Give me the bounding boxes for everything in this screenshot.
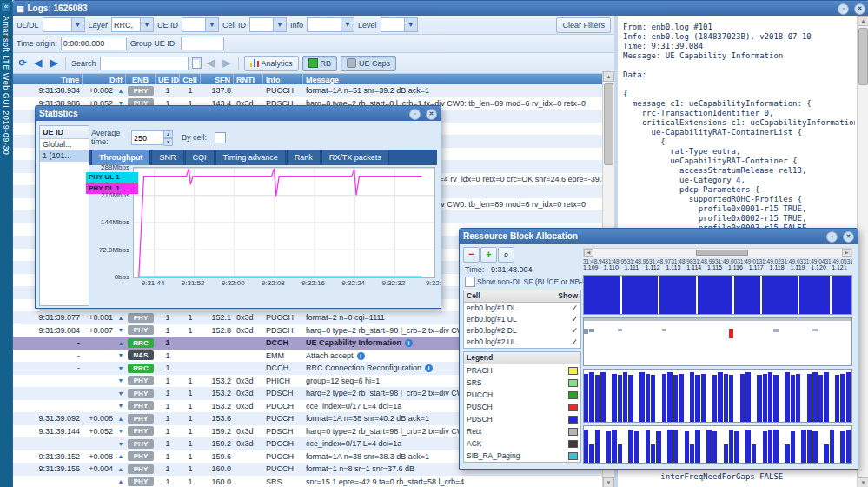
scroll-right-icon[interactable]: ▶ — [842, 249, 851, 257]
layer-badge: PHY — [128, 313, 154, 323]
time-origin-label: Time origin: — [17, 39, 57, 48]
tab-snr[interactable]: SNR — [151, 150, 183, 165]
ue-id-panel: UE ID Global...1 (101... — [39, 125, 89, 306]
average-time-input[interactable] — [131, 130, 164, 145]
ue-list-item[interactable]: 1 (101... — [40, 150, 89, 162]
next-icon[interactable]: ▶ — [48, 57, 60, 69]
frame-time-label: 31:49.02 — [759, 258, 781, 264]
scrollbar-thumb[interactable] — [858, 28, 868, 85]
ue-list: Global...1 (101... — [40, 139, 89, 162]
close-icon[interactable]: ✕ — [843, 231, 854, 243]
scrollbar-thumb[interactable] — [604, 83, 613, 165]
detail-line: { — [623, 90, 855, 99]
ueid-select[interactable]: ▼ — [182, 17, 219, 32]
frame-time-label: 31:49.00 — [715, 258, 737, 264]
uldl-select[interactable]: ▼ — [43, 17, 85, 32]
group-ueid-input[interactable] — [181, 37, 224, 50]
info-icon[interactable]: i — [357, 352, 365, 360]
rb-band-0[interactable] — [583, 275, 852, 315]
search-input[interactable] — [100, 57, 189, 70]
rb-band-1[interactable] — [583, 317, 852, 366]
layer-select[interactable]: RRC,▼ — [111, 17, 154, 32]
search-doc-icon[interactable] — [192, 57, 202, 69]
clear-filters-button[interactable]: Clear Filters — [556, 17, 611, 33]
legend-row: SRS — [464, 377, 580, 389]
rb-band-2[interactable] — [583, 369, 852, 423]
collapse-icon[interactable]: « — [2, 3, 10, 11]
show-non-dl-checkbox[interactable] — [465, 277, 475, 287]
layer-badge: PHY — [128, 439, 154, 449]
cell-show-checkbox[interactable]: ✓ — [571, 337, 578, 348]
scroll-up-icon[interactable]: ▲ — [858, 16, 868, 26]
rb-cell-row[interactable]: enb0.log/#1 UL✓ — [464, 314, 580, 325]
scroll-down-icon[interactable]: ▼ — [603, 477, 614, 487]
rb-cell-row[interactable]: enb0.log/#2 DL✓ — [464, 325, 580, 337]
spinner-up-icon[interactable]: ▲ — [164, 130, 173, 138]
prev-icon[interactable]: ◀ — [32, 57, 44, 69]
spinner-down-icon[interactable]: ▼ — [164, 138, 173, 146]
rb-window-header[interactable]: Ressource Block Allocation ▫ ✕ — [460, 229, 858, 244]
info-select[interactable]: ▼ — [307, 17, 354, 32]
scroll-up-icon[interactable]: ▲ — [603, 71, 614, 82]
scroll-down-icon[interactable]: ▼ — [858, 477, 868, 487]
cell-show-checkbox[interactable]: ✓ — [571, 314, 578, 325]
logs-window-header[interactable]: ▤Logs: 1626083 ▫ ✕ — [13, 1, 868, 16]
tab-timing-advance[interactable]: Timing advance — [215, 150, 286, 165]
app-sidebar[interactable]: « Amarisoft LTE Web GUI 2019-09-30 — [0, 0, 12, 487]
ue-list-item[interactable]: Global... — [40, 139, 89, 150]
statistics-window: Statistics ▫ ✕ UE ID Global...1 (101... … — [35, 105, 441, 309]
info-icon[interactable]: i — [425, 364, 433, 372]
close-icon[interactable]: ✕ — [854, 3, 865, 15]
time-origin-input[interactable] — [61, 37, 127, 50]
cell-show-checkbox[interactable]: ✓ — [571, 325, 578, 337]
rb-hscrollbar[interactable]: ◀ ▶ — [583, 248, 852, 257]
rb-button[interactable]: RB — [302, 56, 338, 71]
rb-allocation-grid[interactable]: ◀ ▶ 31:48.9431:48.9531:48.9631:48.9731:4… — [583, 248, 852, 467]
prev-match-icon[interactable]: ◀ — [205, 57, 217, 69]
rb-cell-row[interactable]: enb0.log/#1 DL✓ — [464, 303, 580, 314]
close-icon[interactable]: ✕ — [426, 109, 437, 120]
restore-icon[interactable]: ▫ — [409, 109, 421, 120]
zoom-in-button[interactable]: + — [480, 247, 497, 263]
scroll-left-icon[interactable]: ◀ — [584, 249, 593, 257]
detail-line: interFreqNeedForGaps FALSE — [623, 472, 855, 482]
tab-cqi[interactable]: CQI — [185, 150, 215, 165]
restore-icon[interactable]: ▫ — [838, 3, 849, 15]
analytics-button[interactable]: Analytics — [244, 56, 299, 71]
zoom-out-button[interactable]: − — [463, 247, 480, 263]
frame-time-label: 31:48.98 — [671, 258, 692, 264]
by-cell-checkbox[interactable] — [215, 132, 226, 143]
magnifier-icon[interactable]: ⌕ — [498, 247, 514, 263]
refresh-icon[interactable]: ⟳ — [17, 57, 29, 69]
cell-show-checkbox[interactable]: ✓ — [571, 303, 578, 314]
table-row[interactable]: 9:31:38.934+0.002▲PHY11137.8PUCCHformat=… — [13, 84, 603, 97]
legend-row: PDSCH — [464, 413, 580, 425]
rb-band-3[interactable] — [583, 425, 852, 464]
rb-cell-table: CellShow enb0.log/#1 DL✓enb0.log/#1 UL✓e… — [463, 290, 581, 349]
x-axis-label: 9:32: — [414, 279, 453, 287]
x-axis-label: 9:31:44 — [134, 279, 172, 287]
ueid-label: UE ID — [157, 21, 178, 30]
tab-rank[interactable]: Rank — [287, 150, 321, 165]
frame-time-label: 31:49.03 — [781, 258, 803, 264]
x-axis-label: 9:32:08 — [254, 279, 292, 287]
tab-rx-tx-packets[interactable]: RX/TX packets — [321, 150, 389, 165]
info-icon[interactable]: i — [405, 339, 413, 347]
legend-color-chip — [568, 428, 578, 436]
frame-time-label: 31:49.01 — [737, 258, 759, 264]
next-match-icon[interactable]: ▶ — [221, 57, 233, 69]
scrollbar-thumb[interactable] — [696, 250, 748, 256]
statistics-window-header[interactable]: Statistics ▫ ✕ — [36, 106, 441, 121]
uplink-icon: ▲ — [116, 340, 126, 346]
y-axis-label: 144Mbps — [88, 218, 129, 226]
cellid-select[interactable]: ▼ — [249, 17, 287, 32]
downlink-icon: ▼ — [116, 403, 126, 409]
ue-caps-button[interactable]: UE Caps — [341, 56, 396, 71]
restore-icon[interactable]: ▫ — [826, 231, 838, 243]
level-select[interactable]: ▼ — [381, 17, 418, 32]
throughput-chart[interactable] — [133, 167, 435, 278]
chart-icon — [250, 59, 259, 67]
layer-badge: PHY — [128, 426, 154, 436]
table-row[interactable]: ▲PHY11160.0SRSsnr=15.1 epre=-42.9 ta=0 r… — [13, 476, 603, 487]
rb-cell-row[interactable]: enb0.log/#2 UL✓ — [464, 337, 580, 348]
